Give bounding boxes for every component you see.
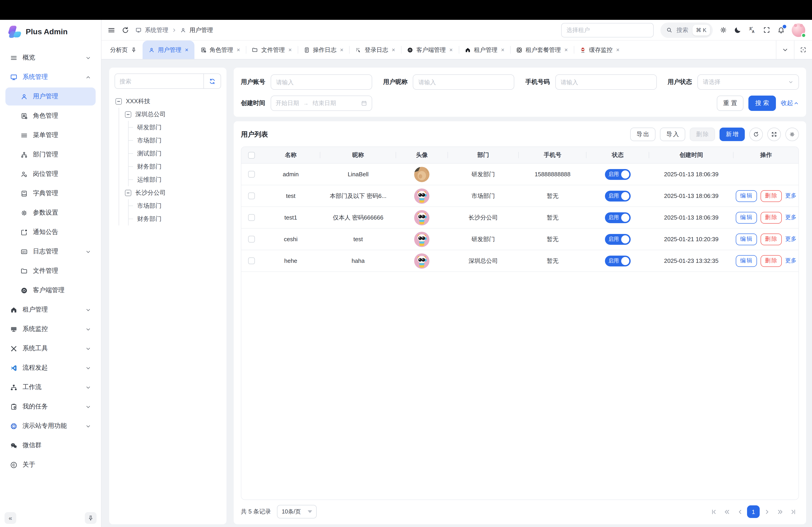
tree-node[interactable]: XXX科技 [115, 95, 221, 108]
edit-button[interactable]: 编辑 [736, 255, 757, 267]
tab-cache-monitor[interactable]: redis 缓存监控 × [574, 41, 625, 59]
delete-button[interactable]: 删除 [690, 127, 715, 141]
close-icon[interactable]: × [185, 47, 188, 53]
close-icon[interactable]: × [616, 47, 620, 53]
delete-row-button[interactable]: 删除 [760, 212, 782, 223]
status-select[interactable]: 请选择 [697, 74, 799, 90]
tab-login-log[interactable]: 登录日志 × [349, 41, 401, 59]
notifications-button[interactable] [777, 26, 785, 34]
sidebar-item-my-tasks[interactable]: 我的任务 [5, 397, 96, 416]
sidebar-item-user-management[interactable]: 用户管理 [5, 88, 96, 105]
sidebar-item-tenant-management[interactable]: 租户管理 [5, 301, 96, 319]
user-avatar[interactable] [792, 23, 805, 37]
sidebar-item-file-management[interactable]: 文件管理 [5, 262, 96, 280]
close-icon[interactable]: × [392, 47, 395, 53]
sidebar-item-notice[interactable]: 通知公告 [5, 223, 96, 241]
close-icon[interactable]: × [237, 47, 240, 53]
sidebar-item-dict-management[interactable]: 字典管理 [5, 184, 96, 202]
tree-node[interactable]: 研发部门 [134, 121, 221, 134]
more-button[interactable]: 更多 [785, 192, 796, 200]
edit-button[interactable]: 编辑 [736, 190, 757, 202]
edit-button[interactable]: 编辑 [736, 212, 757, 223]
sidebar-item-role-management[interactable]: 角色管理 [5, 107, 96, 125]
phone-input[interactable] [555, 74, 656, 90]
tab-client-management[interactable]: 客户端管理 × [401, 41, 459, 59]
collapse-box-icon[interactable] [125, 111, 131, 118]
settings-gear-icon[interactable] [720, 26, 727, 34]
add-button[interactable]: 新增 [720, 127, 745, 141]
next-5-pages-button[interactable] [774, 506, 786, 518]
status-toggle[interactable]: 启用 [605, 212, 630, 223]
account-input[interactable] [271, 74, 372, 90]
table-refresh-button[interactable] [749, 127, 763, 141]
tree-node[interactable]: 市场部门 [134, 199, 221, 212]
tenant-select-input[interactable] [561, 23, 653, 37]
sidebar-item-system-tools[interactable]: 系统工具 [5, 340, 96, 358]
close-icon[interactable]: × [288, 47, 292, 53]
search-button[interactable]: 搜索 [749, 95, 776, 111]
first-page-button[interactable] [708, 506, 720, 518]
import-button[interactable]: 导入 [660, 127, 685, 141]
close-icon[interactable]: × [340, 47, 344, 53]
delete-row-button[interactable]: 删除 [760, 190, 782, 202]
tree-node[interactable]: 财务部门 [134, 160, 221, 173]
tree-node[interactable]: 长沙分公司 [125, 186, 221, 199]
dark-mode-moon-icon[interactable] [734, 26, 742, 34]
page-number-button[interactable]: 1 [747, 506, 760, 518]
status-toggle[interactable]: 启用 [605, 234, 630, 244]
more-button[interactable]: 更多 [785, 214, 796, 221]
sidebar-item-system-management[interactable]: 系统管理 [5, 68, 96, 86]
prev-page-button[interactable] [734, 506, 746, 518]
delete-row-button[interactable]: 删除 [760, 233, 782, 245]
breadcrumb-item[interactable]: 系统管理 [145, 26, 168, 34]
sidebar-item-param-settings[interactable]: 参数设置 [5, 204, 96, 222]
content-fullscreen-button[interactable] [794, 41, 812, 59]
collapse-box-icon[interactable] [125, 190, 131, 196]
sidebar-item-about[interactable]: 关于 [5, 456, 96, 474]
row-checkbox[interactable] [248, 214, 255, 221]
tree-node[interactable]: 深圳总公司 [125, 108, 221, 121]
tab-analysis[interactable]: 分析页 [104, 41, 143, 59]
tree-node[interactable]: 运维部门 [134, 173, 221, 186]
close-icon[interactable]: × [449, 47, 453, 53]
date-range-picker[interactable]: 开始日期 → 结束日期 [271, 95, 372, 111]
close-icon[interactable]: × [564, 47, 568, 53]
next-page-button[interactable] [761, 506, 773, 518]
tabs-dropdown-button[interactable] [776, 41, 794, 59]
prev-5-pages-button[interactable] [721, 506, 733, 518]
nickname-input[interactable] [413, 74, 514, 90]
sidebar-item-client-management[interactable]: 客户端管理 [5, 281, 96, 299]
row-checkbox[interactable] [248, 171, 255, 178]
tree-refresh-button[interactable] [203, 74, 221, 88]
tab-tenant-package[interactable]: 租户套餐管理 × [510, 41, 574, 59]
reset-button[interactable]: 重置 [717, 95, 743, 111]
select-all-checkbox[interactable] [248, 152, 255, 159]
fullscreen-icon[interactable] [763, 26, 770, 34]
tab-file-management[interactable]: 文件管理 × [246, 41, 298, 59]
status-toggle[interactable]: 启用 [605, 191, 630, 201]
last-page-button[interactable] [787, 506, 799, 518]
edit-button[interactable]: 编辑 [736, 233, 757, 245]
more-button[interactable]: 更多 [785, 257, 796, 265]
page-size-select[interactable]: 10条/页 [277, 505, 317, 518]
sidebar-item-overview[interactable]: 概览 [5, 49, 96, 67]
translate-icon[interactable]: 文A [749, 26, 756, 34]
more-button[interactable]: 更多 [785, 235, 796, 243]
tab-operation-log[interactable]: 操作日志 × [298, 41, 349, 59]
hamburger-icon[interactable] [107, 26, 115, 34]
sidebar-item-system-monitor[interactable]: 系统监控 [5, 320, 96, 338]
tree-node[interactable]: 市场部门 [134, 134, 221, 147]
tab-role-management[interactable]: 角色管理 × [194, 41, 246, 59]
refresh-icon[interactable] [121, 26, 129, 34]
sidebar-collapse-button[interactable]: « [4, 512, 16, 524]
sidebar-item-wechat-group[interactable]: 微信群 [5, 436, 96, 454]
status-toggle[interactable]: 启用 [605, 255, 630, 266]
sidebar-item-workflow[interactable]: 工作流 [5, 378, 96, 396]
sidebar-item-log-management[interactable]: DEV 日志管理 [5, 243, 96, 260]
tree-node[interactable]: 测试部门 [134, 147, 221, 160]
global-search-button[interactable]: 搜索 ⌘ K [660, 22, 713, 37]
row-checkbox[interactable] [248, 236, 255, 243]
tree-node[interactable]: 财务部门 [134, 212, 221, 225]
delete-row-button[interactable]: 删除 [760, 255, 782, 267]
sidebar-item-dept-management[interactable]: 部门管理 [5, 146, 96, 164]
